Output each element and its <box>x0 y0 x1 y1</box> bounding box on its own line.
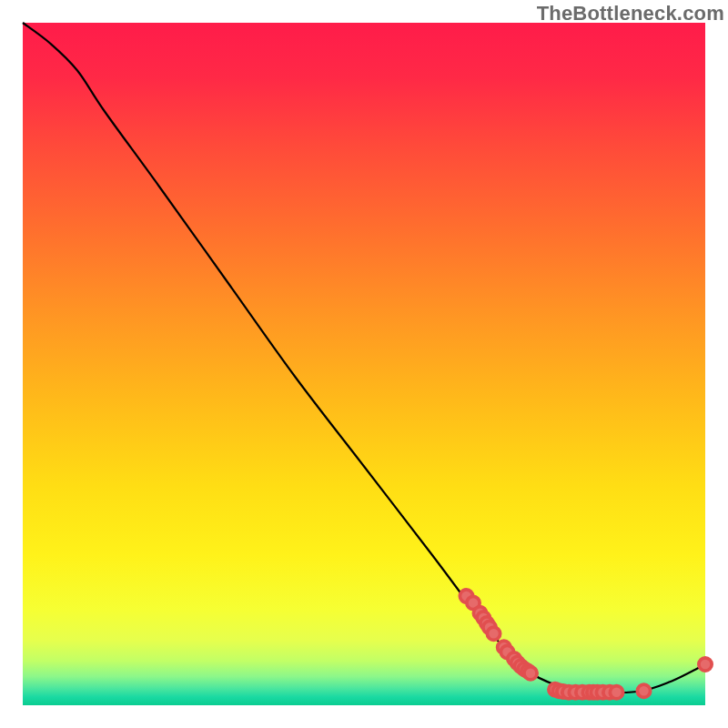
data-point <box>487 627 500 640</box>
scatter-points <box>460 590 712 699</box>
data-point <box>610 686 622 699</box>
chart-container: TheBottleneck.com <box>0 0 728 728</box>
bottleneck-curve <box>23 23 705 693</box>
plot-area <box>23 23 705 705</box>
data-point <box>699 658 712 671</box>
curve-layer <box>23 23 705 705</box>
data-point <box>637 684 650 697</box>
data-point <box>524 667 537 680</box>
